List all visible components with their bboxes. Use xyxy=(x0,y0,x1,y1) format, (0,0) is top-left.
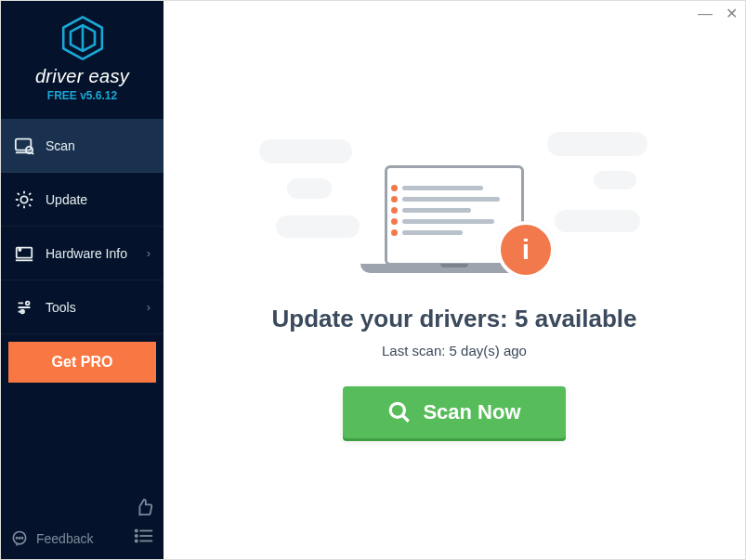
last-scan-text: Last scan: 5 day(s) ago xyxy=(382,343,527,358)
scan-now-button[interactable]: Scan Now xyxy=(343,386,566,438)
search-icon xyxy=(387,400,412,424)
headline: Update your drivers: 5 available xyxy=(271,305,636,333)
nav-item-tools[interactable]: Tools › xyxy=(1,280,164,334)
chevron-right-icon: › xyxy=(147,300,151,314)
svg-rect-3 xyxy=(16,138,32,150)
chevron-right-icon: › xyxy=(147,246,151,260)
window-controls: — ✕ xyxy=(698,7,738,21)
laptop-icon: i xyxy=(360,165,549,275)
svg-line-22 xyxy=(403,415,410,422)
thumbs-up-icon[interactable] xyxy=(134,498,154,522)
svg-point-5 xyxy=(20,196,27,202)
scan-icon xyxy=(14,136,34,156)
app-name: driver easy xyxy=(1,66,164,87)
nav-item-hardware[interactable]: i Hardware Info › xyxy=(1,227,164,280)
feedback-button[interactable]: Feedback xyxy=(10,529,93,548)
chat-icon xyxy=(10,529,29,548)
get-pro-button[interactable]: Get PRO xyxy=(8,342,156,383)
scan-now-label: Scan Now xyxy=(423,400,520,424)
tools-icon xyxy=(14,297,34,318)
minimize-button[interactable]: — xyxy=(698,7,713,21)
svg-point-19 xyxy=(136,540,137,541)
info-badge-icon: i xyxy=(497,221,555,279)
svg-point-17 xyxy=(136,535,137,537)
svg-point-9 xyxy=(26,301,30,305)
list-icon[interactable] xyxy=(134,527,154,548)
update-icon xyxy=(14,189,34,210)
nav-label-scan: Scan xyxy=(46,138,75,153)
get-pro-label: Get PRO xyxy=(52,354,113,371)
svg-point-21 xyxy=(391,403,405,417)
feedback-row: Feedback xyxy=(1,490,164,559)
sidebar: driver easy FREE v5.6.12 Scan xyxy=(1,1,164,559)
svg-point-15 xyxy=(136,529,137,531)
main-panel: — ✕ xyxy=(164,1,745,559)
nav-label-update: Update xyxy=(46,192,87,207)
nav-item-update[interactable]: Update xyxy=(1,173,164,227)
app-logo-icon xyxy=(59,14,107,62)
nav-item-scan[interactable]: Scan xyxy=(1,119,164,173)
nav-label-tools: Tools xyxy=(46,300,76,315)
svg-point-13 xyxy=(19,538,20,539)
feedback-label: Feedback xyxy=(36,531,93,546)
svg-point-12 xyxy=(16,538,17,539)
close-button[interactable]: ✕ xyxy=(726,7,738,21)
nav: Scan Update i xyxy=(1,119,164,490)
hero-illustration: i xyxy=(259,123,649,280)
version-label: FREE v5.6.12 xyxy=(1,89,164,102)
brand-block: driver easy FREE v5.6.12 xyxy=(1,1,164,111)
svg-point-14 xyxy=(21,538,22,539)
available-count: 5 xyxy=(515,305,528,332)
nav-label-hardware: Hardware Info xyxy=(46,246,127,261)
hardware-icon: i xyxy=(14,243,34,264)
